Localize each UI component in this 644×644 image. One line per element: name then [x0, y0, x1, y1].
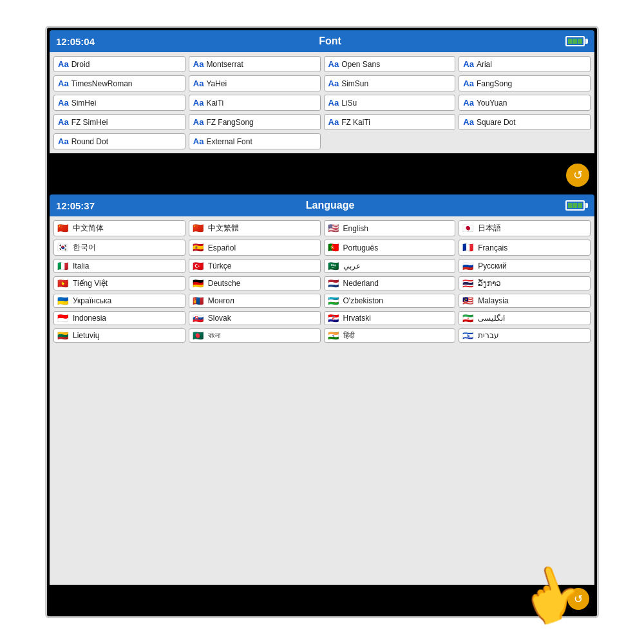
font-item[interactable]: AaArial — [459, 56, 591, 72]
font-aa-icon: Aa — [328, 98, 339, 108]
font-item[interactable]: AaExternal Font — [189, 133, 321, 149]
font-label: FZ KaiTi — [341, 118, 370, 127]
flag-icon: 🇵🇹 — [328, 243, 341, 252]
battery-bar2 — [573, 39, 578, 44]
font-item[interactable]: AaLiSu — [324, 95, 456, 111]
font-item[interactable]: AaSimSun — [324, 75, 456, 91]
font-aa-icon: Aa — [193, 59, 204, 69]
lang-time: 12:05:37 — [56, 200, 95, 211]
font-label: Montserrat — [206, 60, 243, 69]
font-item[interactable]: AaFangSong — [459, 75, 591, 91]
font-label: KaiTi — [206, 99, 223, 108]
font-item[interactable]: AaFZ KaiTi — [324, 114, 456, 130]
lang-item[interactable]: 🇪🇸Español — [189, 240, 321, 256]
flag-icon: 🇧🇩 — [193, 332, 205, 340]
font-item[interactable]: AaFZ SimHei — [53, 114, 185, 130]
lang-item[interactable]: 🇷🇺Русский — [459, 259, 591, 273]
font-item[interactable]: AaYaHei — [189, 75, 321, 91]
lang-item[interactable]: 🇲🇾Malaysia — [459, 294, 591, 308]
lang-label: 한국어 — [73, 242, 96, 253]
lang-label: Tiếng Việt — [73, 279, 108, 288]
lang-item[interactable]: 🇸🇦عربي — [324, 259, 456, 273]
lang-label: Lietuvių — [73, 331, 99, 340]
battery-body — [565, 36, 585, 46]
lang-panel: 12:05:37 Language 🇨🇳中文简体🇨🇳中文繁體🇺🇸English🇯… — [50, 194, 594, 614]
lang-battery-bar — [568, 203, 573, 208]
lang-label: Русский — [478, 261, 507, 270]
lang-item[interactable]: 🇮🇷انگلیسی — [459, 311, 591, 325]
font-aa-icon: Aa — [193, 117, 204, 127]
lang-item[interactable]: 🇱🇹Lietuvių — [53, 328, 185, 343]
font-aa-icon: Aa — [193, 137, 204, 146]
font-battery — [565, 36, 588, 46]
battery-bar3 — [578, 39, 582, 44]
lang-item[interactable]: 🇺🇦Українська — [53, 294, 185, 308]
lang-item[interactable]: 🇩🇪Deutsche — [189, 276, 321, 290]
font-item[interactable]: AaDroid — [53, 56, 185, 72]
flag-icon: 🇲🇳 — [193, 297, 205, 305]
lang-item[interactable]: 🇸🇰Slovak — [189, 311, 321, 325]
lang-item[interactable]: 🇹🇭ລັງກາວ — [459, 276, 591, 290]
lang-item[interactable]: 🇮🇳हिंदी — [324, 328, 456, 343]
flag-icon: 🇺🇸 — [328, 224, 341, 232]
lang-item[interactable]: 🇻🇳Tiếng Việt — [53, 276, 185, 290]
flag-icon: 🇫🇷 — [462, 243, 475, 252]
font-item[interactable]: AaSimHei — [53, 95, 185, 111]
font-label: LiSu — [341, 99, 357, 108]
lang-label: O'zbekiston — [343, 296, 383, 305]
font-item[interactable]: AaTimesNewRoman — [53, 75, 185, 91]
flag-icon: 🇨🇳 — [57, 224, 70, 232]
font-aa-icon: Aa — [193, 79, 204, 88]
lang-item[interactable]: 🇨🇳中文繁體 — [189, 220, 321, 236]
lang-item[interactable]: 🇺🇸English — [324, 220, 456, 236]
lang-label: 中文繁體 — [208, 223, 239, 234]
flag-icon: 🇲🇾 — [462, 297, 475, 305]
lang-label: Português — [343, 243, 379, 252]
flag-icon: 🇮🇷 — [462, 314, 475, 323]
lang-item[interactable]: 🇮🇹Italia — [53, 259, 185, 273]
lang-label: Hrvatski — [343, 314, 371, 323]
lang-item[interactable]: 🇭🇷Hrvatski — [324, 311, 456, 325]
font-item[interactable]: AaRound Dot — [53, 133, 185, 149]
lang-item[interactable]: 🇳🇱Nederland — [324, 276, 456, 290]
lang-item[interactable]: 🇯🇵日本語 — [459, 220, 591, 236]
font-item[interactable]: AaMontserrat — [189, 56, 321, 72]
lang-item[interactable]: 🇮🇩Indonesia — [53, 311, 185, 325]
font-item[interactable]: AaFZ FangSong — [189, 114, 321, 130]
lang-item[interactable]: 🇮🇱עברית — [459, 328, 591, 343]
font-item[interactable]: AaOpen Sans — [324, 56, 456, 72]
font-aa-icon: Aa — [463, 117, 474, 127]
lang-item[interactable]: 🇧🇩বাংলা — [189, 328, 321, 343]
font-label: Open Sans — [341, 60, 380, 69]
lang-item[interactable]: 🇫🇷Français — [459, 240, 591, 256]
lang-item[interactable]: 🇨🇳中文简体 — [53, 220, 185, 236]
lang-item[interactable]: 🇰🇷한국어 — [53, 240, 185, 256]
lang-label: Монгол — [208, 296, 234, 305]
font-aa-icon: Aa — [58, 98, 69, 108]
lang-label: Nederland — [343, 279, 379, 288]
lang-item[interactable]: 🇹🇷Türkçe — [189, 259, 321, 273]
font-item[interactable]: AaSquare Dot — [459, 114, 591, 130]
lang-label: عربي — [343, 261, 361, 270]
lang-grid-area: 🇨🇳中文简体🇨🇳中文繁體🇺🇸English🇯🇵日本語🇰🇷한국어🇪🇸Español… — [50, 216, 594, 585]
font-item[interactable]: AaKaiTi — [189, 95, 321, 111]
font-label: Droid — [71, 60, 90, 69]
font-aa-icon: Aa — [463, 59, 474, 69]
font-label: YouYuan — [477, 99, 507, 108]
lang-item[interactable]: 🇵🇹Português — [324, 240, 456, 256]
lang-item[interactable]: 🇲🇳Монгол — [189, 294, 321, 308]
flag-icon: 🇪🇸 — [193, 243, 205, 252]
lang-back-button[interactable]: ↺ — [567, 588, 589, 610]
flag-icon: 🇸🇦 — [328, 262, 341, 270]
font-aa-icon: Aa — [463, 79, 474, 88]
font-label: Round Dot — [71, 137, 108, 146]
lang-item[interactable]: 🇺🇿O'zbekiston — [324, 294, 456, 308]
flag-icon: 🇩🇪 — [193, 279, 205, 288]
font-aa-icon: Aa — [328, 79, 339, 88]
flag-icon: 🇰🇷 — [57, 243, 70, 252]
lang-battery — [565, 200, 588, 211]
flag-icon: 🇮🇱 — [462, 332, 475, 340]
font-item[interactable]: AaYouYuan — [459, 95, 591, 111]
font-back-button[interactable]: ↺ — [566, 164, 589, 187]
font-aa-icon: Aa — [58, 137, 69, 146]
